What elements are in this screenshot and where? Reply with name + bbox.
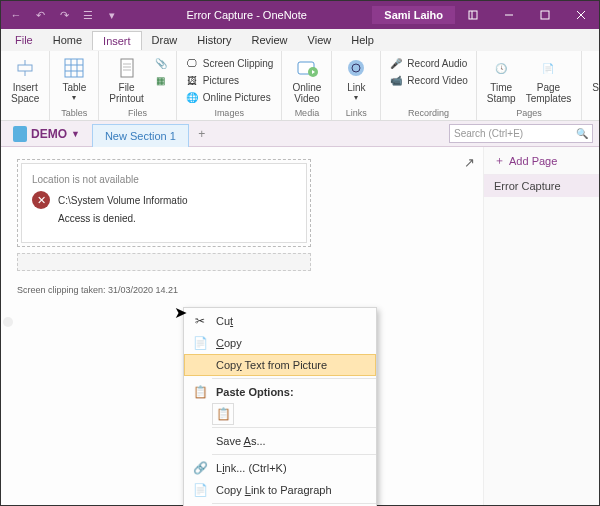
group-label [7, 108, 43, 120]
section-tab[interactable]: New Section 1 [92, 124, 189, 148]
group-pages-label: Pages [483, 108, 575, 120]
blank-icon [192, 357, 208, 373]
svg-rect-6 [65, 59, 83, 77]
menu-view[interactable]: View [298, 31, 342, 49]
cut-icon: ✂ [192, 313, 208, 329]
group-recording-label: Recording [387, 108, 469, 120]
ctx-save-as[interactable]: Save As... [184, 430, 376, 452]
separator [212, 427, 376, 428]
record-audio-button[interactable]: 🎤Record Audio [387, 55, 469, 71]
group-links-label: Links [338, 108, 374, 120]
page-list-item[interactable]: Error Capture [484, 175, 599, 197]
page-templates-button[interactable]: 📄Page Templates [522, 53, 576, 108]
error-icon: ✕ [32, 191, 50, 209]
time-stamp-button[interactable]: 🕓Time Stamp [483, 53, 520, 108]
menu-help[interactable]: Help [341, 31, 384, 49]
group-images-label: Images [183, 108, 276, 120]
link-button[interactable]: Link▾ [338, 53, 374, 108]
touch-icon[interactable]: ☰ [79, 6, 97, 24]
menu-home[interactable]: Home [43, 31, 92, 49]
undo-icon[interactable]: ↶ [31, 6, 49, 24]
section-tab-bar: DEMO ▼ New Section 1 + Search (Ctrl+E) 🔍 [1, 121, 599, 147]
separator [212, 503, 376, 504]
ribbon-insert: Insert Space Table▾ Tables File Printout… [1, 51, 599, 121]
clip-denied: Access is denied. [58, 213, 296, 224]
pictures-button[interactable]: 🖼Pictures [183, 72, 276, 88]
expand-icon[interactable]: ↗ [464, 155, 475, 170]
title-bar: ← ↶ ↷ ☰ ▾ Error Capture - OneNote Sami L… [1, 1, 599, 29]
svg-point-10 [348, 60, 364, 76]
clip-meta: Screen clipping taken: 31/03/2020 14.21 [17, 285, 311, 295]
redo-icon[interactable]: ↷ [55, 6, 73, 24]
copy-link-icon: 📄 [192, 482, 208, 498]
svg-rect-2 [541, 11, 549, 19]
note-container[interactable]: Location is not available ✕ C:\System Vo… [17, 159, 311, 295]
group-files-label: Files [105, 108, 169, 120]
spreadsheet-button[interactable]: ▦ [152, 72, 170, 88]
menu-history[interactable]: History [187, 31, 241, 49]
ctx-copy-link-paragraph[interactable]: 📄Copy Link to Paragraph [184, 479, 376, 501]
file-printout-button[interactable]: File Printout [105, 53, 147, 108]
paste-option-keep-source[interactable]: 📋 [212, 403, 234, 425]
insert-space-button[interactable]: Insert Space [7, 53, 43, 108]
context-menu: ✂Cut 📄Copy Copy Text from Picture 📋Paste… [183, 307, 377, 506]
menu-draw[interactable]: Draw [142, 31, 188, 49]
link-icon: 🔗 [192, 460, 208, 476]
separator [212, 454, 376, 455]
maximize-button[interactable] [527, 1, 563, 29]
note-container-handle[interactable] [3, 317, 13, 327]
group-tables-label: Tables [56, 108, 92, 120]
record-video-button[interactable]: 📹Record Video [387, 72, 469, 88]
plus-icon: ＋ [494, 153, 505, 168]
copy-icon: 📄 [192, 335, 208, 351]
screen-clipping-button[interactable]: 🖵Screen Clipping [183, 55, 276, 71]
notebook-icon [13, 126, 27, 142]
file-attachment-button[interactable]: 📎 [152, 55, 170, 71]
minimize-button[interactable] [491, 1, 527, 29]
clip-title: Location is not available [32, 174, 296, 185]
back-icon[interactable]: ← [7, 6, 25, 24]
clip-path: C:\System Volume Informatio [58, 195, 188, 206]
search-input[interactable]: Search (Ctrl+E) 🔍 [449, 124, 593, 143]
svg-rect-7 [121, 59, 133, 77]
separator [212, 378, 376, 379]
svg-rect-0 [469, 11, 477, 19]
add-section-button[interactable]: + [193, 125, 211, 143]
onenote-window: ← ↶ ↷ ☰ ▾ Error Capture - OneNote Sami L… [0, 0, 600, 506]
paste-icon: 📋 [192, 384, 208, 400]
group-label [588, 108, 600, 120]
svg-rect-5 [18, 65, 32, 71]
close-button[interactable] [563, 1, 599, 29]
group-media-label: Media [288, 108, 325, 120]
ctx-copy[interactable]: 📄Copy [184, 332, 376, 354]
table-button[interactable]: Table▾ [56, 53, 92, 108]
ctx-link[interactable]: 🔗Link... (Ctrl+K) [184, 457, 376, 479]
qat-dropdown-icon[interactable]: ▾ [103, 6, 121, 24]
content-area: ↗ Location is not available ✕ C:\System … [1, 147, 599, 505]
notebook-selector[interactable]: DEMO ▼ [7, 126, 86, 142]
menu-review[interactable]: Review [242, 31, 298, 49]
ctx-cut[interactable]: ✂Cut [184, 310, 376, 332]
screen-clipping-image[interactable]: Location is not available ✕ C:\System Vo… [21, 163, 307, 243]
search-icon: 🔍 [576, 128, 588, 139]
window-title: Error Capture - OneNote [121, 9, 372, 21]
menu-bar: File Home Insert Draw History Review Vie… [1, 29, 599, 51]
selection-outline [17, 253, 311, 271]
online-pictures-button[interactable]: 🌐Online Pictures [183, 89, 276, 105]
ctx-paste-options-label: 📋Paste Options: [184, 381, 376, 403]
ribbon-options-icon[interactable] [455, 1, 491, 29]
page-list-panel: ＋Add Page Error Capture [483, 147, 599, 505]
add-page-button[interactable]: ＋Add Page [484, 147, 599, 175]
symbols-button[interactable]: ΩSymbols▾ [588, 53, 600, 108]
menu-insert[interactable]: Insert [92, 31, 142, 50]
online-video-button[interactable]: Online Video [288, 53, 325, 108]
user-badge[interactable]: Sami Laiho [372, 6, 455, 24]
ctx-copy-text-from-picture[interactable]: Copy Text from Picture [184, 354, 376, 376]
menu-file[interactable]: File [5, 31, 43, 49]
